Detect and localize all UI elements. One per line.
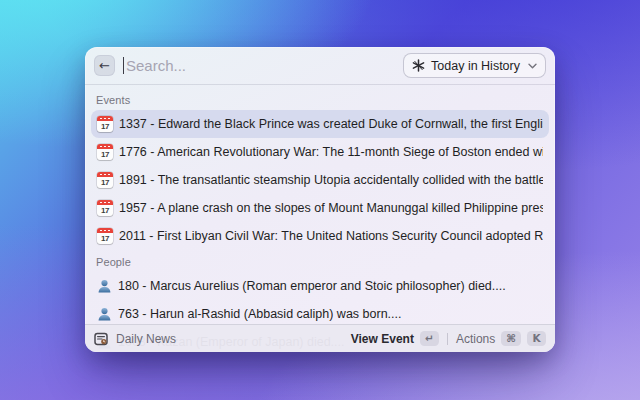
list-item[interactable]: 17 2011 - First Libyan Civil War: The Un… xyxy=(91,222,549,250)
list-item[interactable]: 17 1891 - The transatlantic steamship Ut… xyxy=(91,166,549,194)
actions-button[interactable]: Actions ⌘ K xyxy=(456,331,546,346)
chevron-down-icon xyxy=(528,63,537,69)
actions-label: Actions xyxy=(456,332,495,346)
enter-key-badge: ↵ xyxy=(420,331,439,346)
search-bar: ← Today in History xyxy=(85,47,555,85)
event-text: 1776 - American Revolutionary War: The 1… xyxy=(119,145,543,159)
command-palette-window: ← Today in History Events xyxy=(85,47,555,352)
command-dropdown-label: Today in History xyxy=(431,59,520,73)
event-text: 1891 - The transatlantic steamship Utopi… xyxy=(119,173,543,187)
results-list: Events 17 1337 - Edward the Black Prince… xyxy=(85,85,555,352)
search-input[interactable] xyxy=(126,57,395,74)
person-text: 180 - Marcus Aurelius (Roman emperor and… xyxy=(118,279,543,293)
person-icon xyxy=(97,279,112,294)
view-event-label: View Event xyxy=(351,332,414,346)
calendar-icon: 17 xyxy=(97,144,113,160)
section-header-people: People xyxy=(91,250,549,272)
list-item[interactable]: 17 1957 - A plane crash on the slopes of… xyxy=(91,194,549,222)
back-arrow-icon: ← xyxy=(99,55,110,76)
list-item[interactable]: 17 1337 - Edward the Black Prince was cr… xyxy=(91,110,549,138)
calendar-icon: 17 xyxy=(97,172,113,188)
footer-divider xyxy=(447,333,448,345)
footer-actions: View Event ↵ Actions ⌘ K xyxy=(351,331,546,346)
section-header-events: Events xyxy=(91,88,549,110)
calendar-icon: 17 xyxy=(97,228,113,244)
today-in-history-icon xyxy=(412,59,425,72)
event-text: 1337 - Edward the Black Prince was creat… xyxy=(119,117,543,131)
command-key-badge: ⌘ xyxy=(501,331,521,346)
view-event-button[interactable]: View Event ↵ xyxy=(351,331,439,346)
list-item[interactable]: 17 1776 - American Revolutionary War: Th… xyxy=(91,138,549,166)
back-button[interactable]: ← xyxy=(94,55,115,76)
text-caret xyxy=(123,57,124,74)
event-text: 2011 - First Libyan Civil War: The Unite… xyxy=(119,229,543,243)
person-text: 763 - Harun al-Rashid (Abbasid caliph) w… xyxy=(118,307,543,321)
person-icon xyxy=(97,307,112,322)
footer-bar: Daily News View Event ↵ Actions ⌘ K xyxy=(85,324,555,352)
footer-app[interactable]: Daily News xyxy=(94,332,343,346)
list-item[interactable]: 180 - Marcus Aurelius (Roman emperor and… xyxy=(91,272,549,300)
calendar-icon: 17 xyxy=(97,116,113,132)
k-key-badge: K xyxy=(527,331,546,346)
calendar-icon: 17 xyxy=(97,200,113,216)
event-text: 1957 - A plane crash on the slopes of Mo… xyxy=(119,201,543,215)
command-dropdown[interactable]: Today in History xyxy=(403,53,546,78)
footer-app-label: Daily News xyxy=(116,332,176,346)
daily-news-icon xyxy=(94,332,108,346)
